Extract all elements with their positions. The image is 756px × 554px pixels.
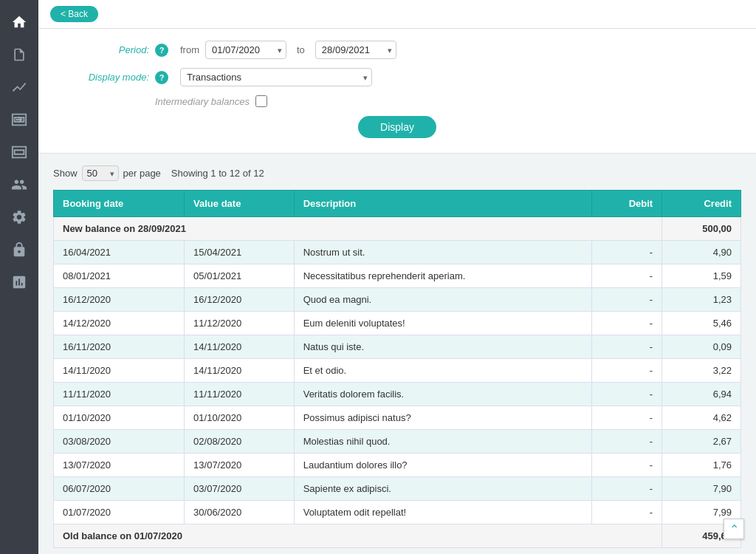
to-date-wrapper: 28/09/2021 [315,41,396,59]
booking-date: 01/10/2020 [54,406,185,430]
value-date: 11/11/2020 [185,383,295,406]
credit: 6,94 [662,383,741,406]
showing-text: Showing 1 to 12 of 12 [171,168,264,179]
value-date: 01/10/2020 [185,406,295,430]
credit: 7,90 [662,477,741,501]
credit: 1,59 [662,264,741,288]
show-label: Show [53,168,78,179]
new-balance-label: New balance on 28/09/2021 [54,217,662,241]
booking-date: 14/12/2020 [54,312,185,335]
to-date-select[interactable]: 28/09/2021 [315,41,396,59]
credit: 1,23 [662,288,741,312]
credit: 2,67 [662,430,741,454]
period-label: Period: [68,44,149,55]
booking-date: 16/11/2020 [54,335,185,359]
old-balance-row: Old balance on 01/07/2020 459,62 [54,524,741,548]
value-date: 02/08/2020 [185,430,295,454]
pagination-row: Show 50 25 100 per page Showing 1 to 12 … [53,165,741,181]
sidebar-item-home[interactable] [4,7,34,37]
description: Possimus adipisci natus? [294,406,592,430]
transactions-table: Booking date Value date Description Debi… [53,190,741,548]
value-date: 30/06/2020 [185,501,295,524]
debit: - [592,241,662,264]
table-row: 01/07/2020 30/06/2020 Voluptatem odit re… [54,501,741,524]
sidebar-item-settings[interactable] [4,202,34,232]
display-mode-help-icon[interactable]: ? [155,71,168,84]
description: Eum deleniti voluptates! [294,312,592,335]
intermediary-row: Intermediary balances [155,95,726,107]
scroll-top-button[interactable]: ⌃ [724,519,744,539]
booking-date: 06/07/2020 [54,477,185,501]
display-mode-select[interactable]: Transactions Summary Monthly [180,68,372,86]
sidebar-item-users[interactable] [4,170,34,199]
back-button[interactable]: < Back [50,6,98,22]
old-balance-label: Old balance on 01/07/2020 [54,524,662,548]
debit: - [592,477,662,501]
value-date: 03/07/2020 [185,477,295,501]
main-content: < Back Period: ? from 01/07/2020 to 28/0… [38,0,756,554]
debit: - [592,383,662,406]
table-row: 03/08/2020 02/08/2020 Molestias nihil qu… [54,430,741,454]
per-page-wrapper: 50 25 100 [82,165,119,181]
sidebar-item-document[interactable] [4,40,34,69]
sidebar-item-admin[interactable] [4,235,34,264]
credit: 0,09 [662,335,741,359]
table-body: New balance on 28/09/2021 500,00 16/04/2… [54,217,741,548]
value-date: 16/12/2020 [185,288,295,312]
description: Sapiente ex adipisci. [294,477,592,501]
booking-date: 13/07/2020 [54,454,185,477]
debit: - [592,430,662,454]
debit: - [592,288,662,312]
display-button[interactable]: Display [358,116,436,138]
description: Quod ea magni. [294,288,592,312]
debit: - [592,312,662,335]
table-row: 14/11/2020 14/11/2020 Et et odio. - 3,22 [54,359,741,383]
booking-date: 01/07/2020 [54,501,185,524]
from-date-select[interactable]: 01/07/2020 [205,41,286,59]
value-date: 14/11/2020 [185,335,295,359]
from-label: from [180,44,199,55]
booking-date: 08/01/2021 [54,264,185,288]
sidebar-item-transfer-out[interactable] [4,105,34,134]
credit: 5,46 [662,312,741,335]
sidebar-item-reports[interactable] [4,267,34,297]
table-row: 16/04/2021 15/04/2021 Nostrum ut sit. - … [54,241,741,264]
new-balance-row: New balance on 28/09/2021 500,00 [54,217,741,241]
table-row: 14/12/2020 11/12/2020 Eum deleniti volup… [54,312,741,335]
booking-date: 16/12/2020 [54,288,185,312]
intermediary-checkbox[interactable] [255,95,267,107]
table-row: 08/01/2021 05/01/2021 Necessitatibus rep… [54,264,741,288]
col-credit: Credit [662,191,741,217]
value-date: 05/01/2021 [185,264,295,288]
period-help-icon[interactable]: ? [155,44,168,57]
table-area: Show 50 25 100 per page Showing 1 to 12 … [38,154,756,554]
table-row: 06/07/2020 03/07/2020 Sapiente ex adipis… [54,477,741,501]
intermediary-label: Intermediary balances [155,96,250,107]
table-row: 01/10/2020 01/10/2020 Possimus adipisci … [54,406,741,430]
debit: - [592,264,662,288]
display-button-row: Display [68,116,726,138]
credit: 4,90 [662,241,741,264]
description: Necessitatibus reprehenderit aperiam. [294,264,592,288]
per-page-label: per page [123,168,161,179]
from-date-wrapper: 01/07/2020 [205,41,286,59]
filter-area: Period: ? from 01/07/2020 to 28/09/2021 … [38,29,756,154]
top-bar: < Back [38,0,756,29]
display-mode-row: Display mode: ? Transactions Summary Mon… [68,68,726,86]
table-row: 13/07/2020 13/07/2020 Laudantium dolores… [54,454,741,477]
per-page-select[interactable]: 50 25 100 [82,165,119,181]
credit: 4,62 [662,406,741,430]
description: Veritatis dolorem facilis. [294,383,592,406]
booking-date: 14/11/2020 [54,359,185,383]
sidebar-item-transfer-in[interactable] [4,137,34,167]
display-mode-label: Display mode: [68,72,149,83]
debit: - [592,359,662,383]
debit: - [592,454,662,477]
description: Et et odio. [294,359,592,383]
sidebar-item-chart[interactable] [4,72,34,102]
debit: - [592,335,662,359]
period-row: Period: ? from 01/07/2020 to 28/09/2021 [68,41,726,59]
booking-date: 03/08/2020 [54,430,185,454]
booking-date: 11/11/2020 [54,383,185,406]
col-booking-date: Booking date [54,191,185,217]
